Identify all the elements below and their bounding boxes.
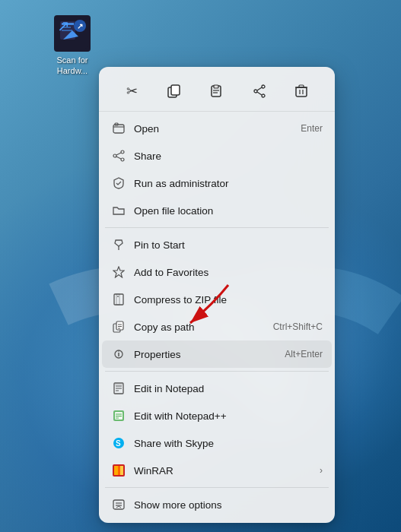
svg-point-16 bbox=[254, 90, 257, 93]
svg-rect-11 bbox=[214, 85, 218, 88]
copy-button[interactable] bbox=[161, 78, 188, 105]
menu-item-open-location[interactable]: Open file location bbox=[99, 197, 335, 224]
svg-rect-48 bbox=[114, 383, 123, 385]
svg-point-14 bbox=[262, 85, 265, 88]
menu-item-add-favorites[interactable]: Add to Favorites bbox=[99, 258, 335, 286]
winrar-icon bbox=[111, 463, 126, 478]
share-label: Share bbox=[134, 150, 323, 162]
desktop-icon-scan[interactable]: ↗ Scan for Hardw... bbox=[46, 15, 99, 77]
properties-label: Properties bbox=[134, 349, 278, 360]
edit-notepad-label: Edit in Notepad bbox=[134, 383, 323, 394]
notepad-icon bbox=[111, 381, 126, 396]
menu-item-share-skype[interactable]: S Share with Skype bbox=[99, 429, 335, 457]
properties-shortcut: Alt+Enter bbox=[285, 349, 323, 359]
run-admin-label: Run as administrator bbox=[134, 178, 323, 189]
add-favorites-label: Add to Favorites bbox=[134, 267, 323, 278]
share-icon bbox=[111, 148, 126, 163]
pin-icon bbox=[111, 237, 126, 252]
menu-item-properties[interactable]: Properties Alt+Enter bbox=[102, 340, 332, 368]
menu-item-pin-start[interactable]: Pin to Start bbox=[99, 231, 335, 258]
open-location-label: Open file location bbox=[134, 205, 323, 217]
svg-rect-59 bbox=[120, 466, 123, 475]
menu-item-share[interactable]: Share bbox=[99, 142, 335, 169]
icon-image: ↗ bbox=[54, 15, 91, 52]
more-options-icon bbox=[111, 497, 126, 512]
more-options-label: Show more options bbox=[134, 499, 323, 511]
svg-point-28 bbox=[113, 154, 116, 157]
menu-item-winrar[interactable]: WinRAR › bbox=[99, 457, 335, 484]
svg-line-29 bbox=[116, 153, 121, 155]
copy-path-shortcut: Ctrl+Shift+C bbox=[273, 321, 323, 332]
share-toolbar-button[interactable] bbox=[246, 78, 273, 105]
star-icon bbox=[111, 264, 126, 280]
context-menu: ✂ bbox=[99, 67, 335, 523]
paste-button[interactable] bbox=[203, 78, 231, 105]
menu-item-copy-path[interactable]: Copy as path Ctrl+Shift+C bbox=[99, 313, 335, 340]
compress-zip-label: Compress to ZIP file bbox=[134, 294, 323, 306]
svg-marker-32 bbox=[113, 267, 124, 277]
svg-point-26 bbox=[121, 150, 124, 154]
context-menu-toolbar: ✂ bbox=[99, 71, 335, 112]
svg-point-43 bbox=[118, 350, 119, 352]
menu-item-edit-notepad[interactable]: Edit in Notepad bbox=[99, 375, 335, 402]
pin-start-label: Pin to Start bbox=[134, 239, 323, 251]
svg-rect-19 bbox=[296, 87, 307, 97]
copy-path-icon bbox=[111, 319, 126, 334]
svg-text:S: S bbox=[116, 439, 121, 448]
winrar-arrow: › bbox=[320, 465, 323, 476]
svg-rect-24 bbox=[113, 125, 124, 133]
edit-notepadpp-label: Edit with Notepad++ bbox=[134, 410, 323, 422]
svg-rect-2 bbox=[62, 23, 74, 25]
svg-line-30 bbox=[116, 157, 121, 159]
open-icon bbox=[111, 121, 126, 136]
cut-button[interactable]: ✂ bbox=[119, 78, 146, 105]
svg-rect-60 bbox=[113, 500, 124, 509]
winrar-label: WinRAR bbox=[134, 465, 320, 477]
separator-3 bbox=[105, 487, 329, 488]
copy-path-label: Copy as path bbox=[134, 321, 267, 333]
properties-icon bbox=[111, 347, 126, 362]
skype-icon: S bbox=[111, 435, 126, 451]
open-shortcut: Enter bbox=[301, 123, 323, 134]
delete-button[interactable] bbox=[288, 78, 315, 105]
svg-rect-9 bbox=[171, 85, 180, 95]
shield-icon bbox=[111, 176, 126, 191]
menu-item-run-admin[interactable]: Run as administrator bbox=[99, 169, 335, 197]
svg-line-18 bbox=[257, 92, 262, 95]
svg-point-27 bbox=[121, 158, 124, 161]
svg-rect-33 bbox=[114, 294, 123, 305]
svg-rect-4 bbox=[62, 30, 72, 31]
svg-rect-58 bbox=[118, 466, 120, 475]
separator-1 bbox=[105, 227, 329, 228]
folder-icon bbox=[111, 203, 126, 218]
svg-text:↗: ↗ bbox=[77, 22, 83, 30]
svg-line-17 bbox=[257, 87, 262, 90]
svg-point-15 bbox=[262, 94, 265, 97]
icon-label: Scan for Hardw... bbox=[57, 55, 88, 77]
menu-item-edit-notepadpp[interactable]: Edit with Notepad++ bbox=[99, 402, 335, 429]
menu-item-open[interactable]: Open Enter bbox=[99, 115, 335, 142]
separator-2 bbox=[105, 371, 329, 372]
notepadpp-icon bbox=[111, 408, 126, 423]
svg-rect-3 bbox=[62, 27, 71, 28]
menu-item-compress-zip[interactable]: Compress to ZIP file bbox=[99, 286, 335, 313]
zip-icon bbox=[111, 292, 126, 307]
svg-rect-21 bbox=[299, 85, 304, 87]
svg-rect-57 bbox=[114, 466, 118, 475]
share-skype-label: Share with Skype bbox=[134, 438, 323, 449]
open-label: Open bbox=[134, 123, 294, 135]
menu-item-more-options[interactable]: Show more options bbox=[99, 491, 335, 518]
